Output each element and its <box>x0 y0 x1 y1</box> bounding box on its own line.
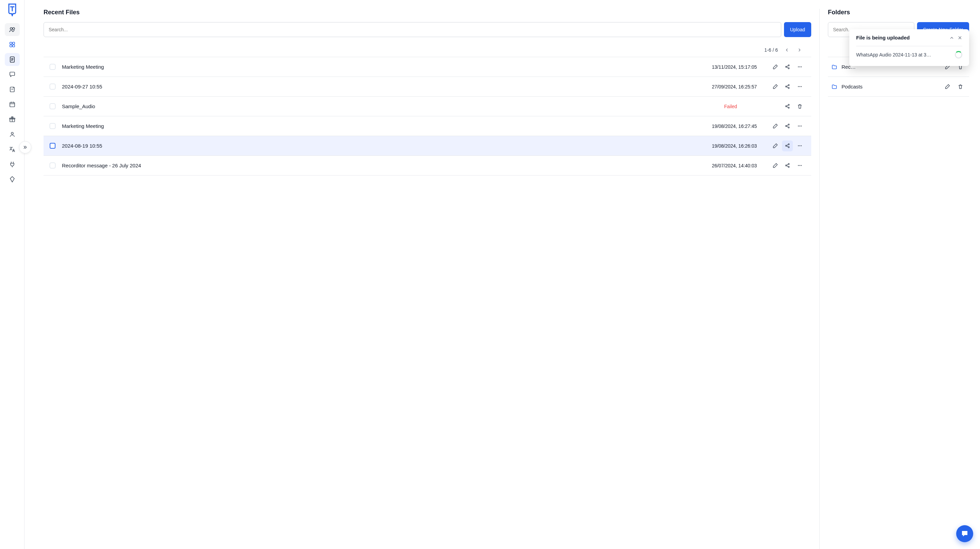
file-row-timestamp: 19/08/2024, 16:26:03 <box>712 143 770 149</box>
file-row[interactable]: 2024-08-19 10:5519/08/2024, 16:26:03 <box>43 136 811 156</box>
folder-icon <box>831 64 842 70</box>
share-icon-button[interactable] <box>782 62 793 73</box>
folder-row-name: Podcasts <box>842 84 942 89</box>
delete-icon-button[interactable] <box>794 101 805 112</box>
share-icon-button[interactable] <box>782 160 793 171</box>
folder-delete-button[interactable] <box>955 81 966 92</box>
folders-panel: Folders Create New Folder Rec…Podcasts <box>819 9 969 549</box>
pagination-next[interactable] <box>795 46 804 54</box>
chat-fab[interactable] <box>956 525 973 542</box>
share-icon-button[interactable] <box>782 101 793 112</box>
file-row-checkbox[interactable] <box>50 103 56 109</box>
folder-edit-button[interactable] <box>942 81 953 92</box>
sidebar-item-calendar[interactable] <box>5 98 20 111</box>
file-row-checkbox[interactable] <box>50 163 56 168</box>
edit-icon-button[interactable] <box>770 140 781 151</box>
file-row-checkbox[interactable] <box>50 123 56 129</box>
recent-files-search-input[interactable] <box>43 22 781 37</box>
sidebar-item-files[interactable] <box>5 53 20 66</box>
file-row-name: Recorditor message - 26 July 2024 <box>62 163 712 168</box>
upload-toast-collapse[interactable] <box>950 35 954 40</box>
share-icon-button[interactable] <box>782 140 793 151</box>
file-row-name: 2024-08-19 10:55 <box>62 143 712 149</box>
upload-toast-filename: WhatsApp Audio 2024-11-13 at 3… <box>856 52 951 57</box>
sidebar-item-integrations[interactable] <box>5 158 20 171</box>
sidebar-item-premium[interactable] <box>5 173 20 186</box>
pagination-prev[interactable] <box>783 46 791 54</box>
upload-toast-close[interactable] <box>958 35 962 40</box>
file-row-checkbox[interactable] <box>50 143 56 149</box>
file-row-checkbox[interactable] <box>50 84 56 89</box>
file-row-timestamp: 27/09/2024, 16:25:57 <box>712 84 770 89</box>
folders-title: Folders <box>828 9 969 16</box>
file-row[interactable]: 2024-09-27 10:5527/09/2024, 16:25:57 <box>43 77 811 97</box>
sidebar-item-translate[interactable] <box>5 143 20 156</box>
folder-icon <box>831 84 842 90</box>
file-row-name: Marketing Meeting <box>62 123 712 129</box>
share-icon-button[interactable] <box>782 81 793 92</box>
sidebar-item-chat[interactable] <box>5 68 20 81</box>
file-row[interactable]: Recorditor message - 26 July 202426/07/2… <box>43 156 811 176</box>
file-row-checkbox[interactable] <box>50 64 56 70</box>
share-icon-button[interactable] <box>782 121 793 132</box>
recent-files-panel: Recent Files Upload 1-6 / 6 Marketing Me… <box>43 9 811 549</box>
file-row-timestamp: 26/07/2024, 14:40:03 <box>712 163 770 168</box>
sidebar <box>0 0 24 549</box>
pagination-range: 1-6 / 6 <box>764 47 778 53</box>
recent-files-title: Recent Files <box>43 9 811 16</box>
more-icon-button[interactable] <box>794 140 805 151</box>
sidebar-item-gifts[interactable] <box>5 113 20 126</box>
file-row-timestamp: 13/11/2024, 15:17:05 <box>712 64 770 70</box>
edit-icon-button[interactable] <box>770 160 781 171</box>
pagination: 1-6 / 6 <box>43 43 811 57</box>
more-icon-button[interactable] <box>794 121 805 132</box>
edit-icon-button[interactable] <box>770 121 781 132</box>
sidebar-item-dashboard[interactable] <box>5 38 20 51</box>
file-row[interactable]: Marketing Meeting13/11/2024, 15:17:05 <box>43 57 811 77</box>
more-icon-button[interactable] <box>794 160 805 171</box>
file-row[interactable]: Marketing Meeting19/08/2024, 16:27:45 <box>43 116 811 136</box>
edit-icon-button[interactable] <box>770 81 781 92</box>
file-row-name: Marketing Meeting <box>62 64 712 70</box>
upload-button[interactable]: Upload <box>784 22 811 37</box>
sidebar-item-notes[interactable] <box>5 83 20 96</box>
edit-icon-button[interactable] <box>770 62 781 73</box>
more-icon-button[interactable] <box>794 62 805 73</box>
upload-toast-title: File is being uploaded <box>856 35 946 40</box>
sidebar-item-people[interactable] <box>5 23 20 36</box>
upload-spinner-icon <box>955 51 962 59</box>
file-row-status: Failed <box>724 104 782 109</box>
folder-row[interactable]: Podcasts <box>828 77 969 97</box>
app-logo <box>8 3 17 16</box>
more-icon-button[interactable] <box>794 81 805 92</box>
file-row-name: Sample_Audio <box>62 103 724 109</box>
upload-toast: File is being uploaded WhatsApp Audio 20… <box>850 29 969 66</box>
file-row-timestamp: 19/08/2024, 16:27:45 <box>712 124 770 129</box>
file-row[interactable]: Sample_AudioFailed <box>43 97 811 116</box>
file-row-name: 2024-09-27 10:55 <box>62 84 712 89</box>
sidebar-item-profile[interactable] <box>5 128 20 141</box>
